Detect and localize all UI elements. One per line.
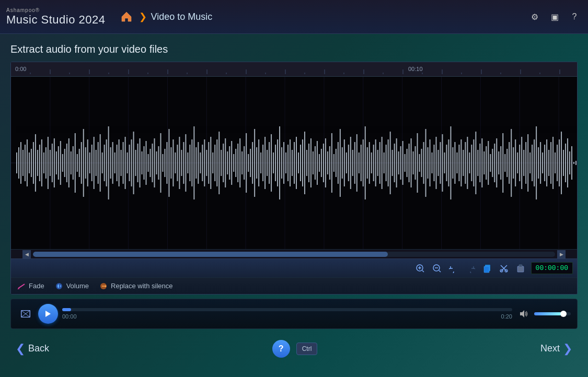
- copy-button[interactable]: [479, 261, 495, 276]
- cut-button[interactable]: [496, 261, 512, 276]
- svg-rect-54: [37, 150, 38, 176]
- svg-rect-60: [50, 150, 51, 176]
- svg-rect-182: [304, 132, 305, 194]
- svg-rect-161: [260, 152, 261, 173]
- svg-rect-213: [369, 142, 370, 184]
- svg-rect-209: [361, 145, 362, 181]
- fade-option[interactable]: Fade: [17, 282, 44, 290]
- svg-rect-163: [264, 137, 266, 189]
- svg-rect-144: [225, 138, 226, 187]
- svg-rect-88: [108, 126, 109, 199]
- ctrl-button[interactable]: Ctrl: [296, 343, 318, 355]
- svg-rect-124: [183, 142, 184, 184]
- svg-rect-217: [377, 150, 378, 176]
- svg-rect-292: [534, 139, 535, 186]
- svg-rect-231: [407, 149, 408, 177]
- svg-rect-278: [504, 154, 505, 172]
- progress-start: 00:00: [62, 313, 77, 320]
- svg-rect-203: [348, 145, 349, 181]
- svg-rect-235: [415, 146, 416, 180]
- svg-rect-198: [338, 142, 339, 184]
- svg-rect-183: [306, 150, 307, 176]
- svg-rect-145: [227, 151, 228, 174]
- svg-rect-326: [517, 266, 524, 272]
- play-button[interactable]: [38, 304, 58, 324]
- svg-rect-305: [561, 132, 562, 194]
- zoom-in-button[interactable]: [412, 261, 428, 276]
- svg-rect-113: [160, 133, 161, 193]
- svg-rect-156: [250, 149, 251, 177]
- help-button[interactable]: ?: [567, 9, 582, 24]
- zoom-out-button[interactable]: [429, 261, 445, 276]
- progress-track[interactable]: [62, 308, 512, 311]
- help-circle-button[interactable]: ?: [272, 340, 290, 358]
- svg-rect-175: [290, 139, 291, 186]
- svg-rect-95: [123, 142, 124, 184]
- waveform-area[interactable]: [11, 77, 577, 249]
- svg-rect-177: [294, 142, 295, 184]
- svg-rect-176: [292, 150, 293, 176]
- timeline-ruler: 0:00: [11, 62, 577, 77]
- undo-button[interactable]: [446, 261, 462, 276]
- paste-button[interactable]: [513, 261, 528, 276]
- scrollbar-thumb[interactable]: [33, 252, 388, 257]
- svg-rect-214: [371, 152, 372, 173]
- svg-rect-242: [430, 139, 431, 186]
- fit-window-button[interactable]: [17, 305, 34, 322]
- svg-rect-223: [390, 132, 391, 194]
- svg-rect-197: [336, 149, 337, 177]
- svg-rect-228: [400, 146, 401, 180]
- svg-rect-218: [379, 142, 381, 184]
- volume-knob[interactable]: [560, 311, 567, 317]
- svg-rect-263: [473, 139, 474, 186]
- svg-rect-81: [94, 137, 95, 189]
- svg-rect-75: [81, 142, 82, 184]
- svg-rect-119: [172, 139, 174, 186]
- svg-rect-277: [502, 133, 503, 193]
- home-button[interactable]: [118, 8, 135, 25]
- svg-rect-253: [452, 147, 453, 179]
- volume-option[interactable]: Volume: [55, 282, 89, 290]
- svg-rect-69: [68, 138, 70, 187]
- svg-rect-112: [158, 146, 159, 180]
- display-button[interactable]: ▣: [547, 9, 562, 24]
- scrollbar-track[interactable]: [33, 252, 555, 257]
- redo-button[interactable]: [463, 261, 478, 276]
- svg-rect-208: [359, 152, 360, 173]
- svg-rect-257: [460, 139, 462, 186]
- svg-rect-91: [114, 152, 116, 173]
- help-icon: ?: [279, 344, 284, 354]
- svg-rect-135: [206, 150, 207, 176]
- svg-rect-104: [142, 151, 143, 174]
- svg-rect-62: [54, 138, 55, 187]
- waveform-svg: [11, 77, 577, 249]
- scroll-right-button[interactable]: ▶: [557, 250, 566, 258]
- svg-rect-265: [477, 150, 478, 176]
- svg-rect-158: [254, 129, 255, 197]
- svg-rect-220: [384, 152, 385, 173]
- nav-separator: ❯: [139, 11, 147, 22]
- next-button[interactable]: Next ❯: [540, 342, 572, 356]
- svg-rect-110: [154, 138, 155, 187]
- svg-rect-74: [79, 149, 80, 177]
- mute-button[interactable]: [516, 307, 531, 321]
- svg-rect-171: [281, 147, 282, 179]
- svg-rect-125: [185, 134, 186, 192]
- back-button[interactable]: ❮ Back: [16, 342, 49, 356]
- svg-rect-307: [565, 144, 566, 182]
- svg-rect-179: [298, 152, 299, 173]
- nav-breadcrumb: ❯ Video to Music: [118, 8, 528, 25]
- svg-rect-249: [444, 152, 445, 173]
- settings-button[interactable]: ⚙: [527, 9, 542, 24]
- svg-rect-222: [388, 139, 389, 186]
- svg-rect-141: [218, 132, 220, 194]
- volume-track[interactable]: [534, 312, 571, 315]
- paste-icon: [516, 264, 525, 273]
- scroll-left-button[interactable]: ◀: [22, 250, 31, 258]
- replace-silence-option[interactable]: Replace with silence: [99, 282, 173, 290]
- svg-rect-103: [140, 138, 141, 187]
- svg-rect-146: [229, 146, 230, 180]
- svg-rect-327: [519, 265, 522, 267]
- svg-rect-264: [475, 132, 476, 194]
- svg-rect-154: [246, 133, 247, 193]
